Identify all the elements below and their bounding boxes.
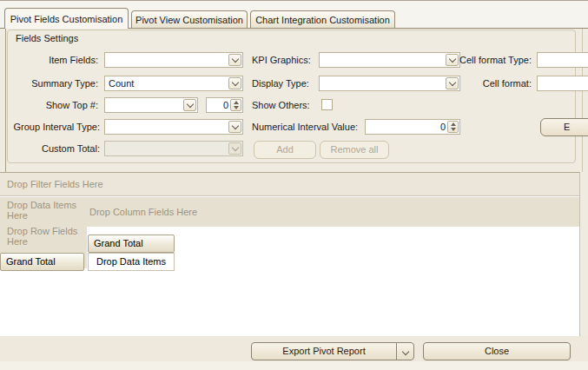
export-pivot-report-button[interactable]: Export Pivot Report	[251, 342, 397, 360]
group-interval-type-label: Group Interval Type:	[0, 119, 100, 135]
item-fields-combobox[interactable]	[104, 52, 243, 68]
chevron-down-icon	[228, 142, 241, 155]
filter-fields-drop-area[interactable]: Drop Filter Fields Here	[0, 173, 579, 196]
group-interval-type-combobox[interactable]	[104, 119, 243, 135]
show-others-checkbox[interactable]	[321, 99, 333, 110]
close-button-label: Close	[485, 346, 509, 356]
display-type-label: Display Type:	[252, 76, 309, 91]
column-fields-drop-area[interactable]: Drop Column Fields Here	[0, 197, 579, 227]
chevron-down-icon[interactable]	[183, 99, 196, 111]
tab-pivot-view-customisation[interactable]: Pivot View Customisation	[131, 10, 248, 28]
filter-fields-hint: Drop Filter Fields Here	[7, 179, 103, 189]
cell-format-type-input[interactable]	[537, 52, 588, 68]
show-top-combobox[interactable]	[104, 97, 198, 113]
row-grand-total-label: Grand Total	[6, 256, 56, 267]
numerical-interval-value-spinner[interactable]: 0	[365, 119, 460, 135]
column-fields-hint: Drop Column Fields Here	[89, 207, 197, 217]
spinner-arrows-icon[interactable]	[447, 121, 459, 133]
clipped-right-button[interactable]: E	[540, 118, 588, 136]
chevron-down-icon	[401, 348, 408, 355]
chevron-down-icon[interactable]	[228, 54, 241, 66]
remove-all-button: Remove all	[320, 141, 389, 159]
summary-type-value: Count	[109, 76, 227, 90]
cell-format-label: Cell format:	[417, 76, 532, 91]
custom-total-label: Custom Total:	[0, 141, 100, 156]
clipped-right-button-label: E	[564, 122, 570, 132]
spinner-arrows-icon[interactable]	[230, 99, 241, 111]
numerical-interval-value: 0	[440, 120, 446, 134]
row-fields-drop-hint[interactable]: Drop Row Fields Here	[7, 226, 83, 247]
fields-settings-title: Fields Settings	[16, 33, 78, 43]
tab-label: Chart Integration Customisation	[255, 15, 390, 25]
kpi-graphics-label: KPI Graphics:	[252, 52, 311, 68]
tab-chart-integration-customisation[interactable]: Chart Integration Customisation	[250, 10, 395, 28]
tab-label: Pivot Fields Customisation	[10, 14, 123, 24]
data-cell-drop-data-items[interactable]: Drop Data Items	[88, 253, 175, 271]
column-grand-total-label: Grand Total	[94, 238, 143, 248]
cell-format-input[interactable]	[537, 76, 588, 91]
summary-type-combobox[interactable]: Count	[104, 76, 243, 91]
summary-type-label: Summary Type:	[0, 76, 98, 91]
chevron-down-icon[interactable]	[228, 77, 241, 89]
add-button-label: Add	[276, 144, 294, 155]
add-button: Add	[254, 141, 316, 159]
data-cell-label: Drop Data Items	[96, 256, 166, 267]
export-pivot-report-label: Export Pivot Report	[282, 346, 365, 356]
tab-page-right-border	[582, 29, 583, 172]
show-top-count-spinner[interactable]: 0	[206, 97, 243, 113]
pivot-grid-area: Drop Filter Fields Here Drop Column Fiel…	[0, 172, 580, 336]
show-top-count-value: 0	[223, 98, 228, 112]
show-top-label: Show Top #:	[0, 97, 98, 113]
data-items-drop-hint[interactable]: Drop Data Items Here	[7, 200, 83, 221]
numerical-interval-value-label: Numerical Interval Value:	[252, 119, 358, 135]
remove-all-button-label: Remove all	[330, 144, 378, 155]
pivot-customisation-dialog: Pivot Fields Customisation Pivot View Cu…	[0, 0, 588, 370]
item-fields-label: Item Fields:	[0, 52, 98, 68]
custom-total-combobox	[104, 141, 243, 156]
tab-label: Pivot View Customisation	[135, 15, 243, 25]
show-others-label: Show Others:	[252, 97, 310, 113]
chevron-down-icon[interactable]	[228, 121, 241, 133]
close-button[interactable]: Close	[423, 342, 571, 360]
export-dropdown-button[interactable]	[396, 342, 414, 360]
tab-pivot-fields-customisation[interactable]: Pivot Fields Customisation	[4, 8, 129, 29]
column-header-grand-total[interactable]: Grand Total	[88, 235, 175, 253]
row-header-grand-total[interactable]: Grand Total	[0, 253, 84, 271]
footer-lower-strip	[0, 361, 588, 370]
cell-format-type-label: Cell format Type:	[417, 52, 532, 68]
